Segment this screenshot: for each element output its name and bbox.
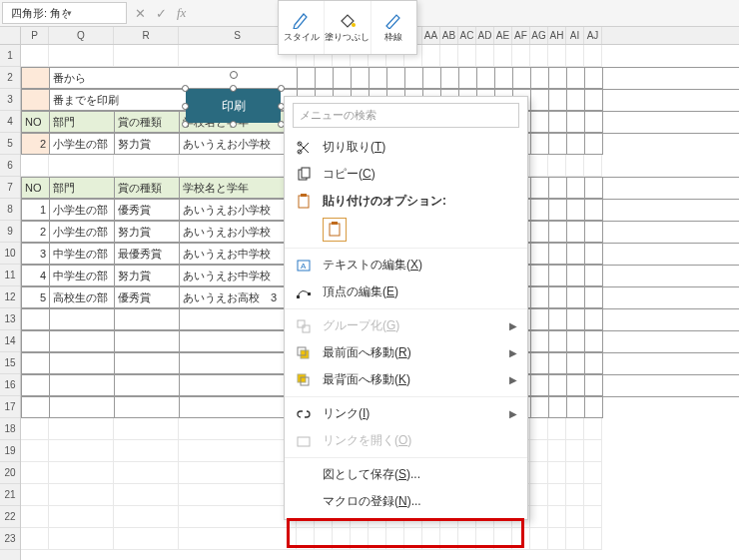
cell[interactable] — [530, 462, 548, 484]
cell[interactable] — [548, 506, 566, 528]
cell[interactable]: あいうえお小学校 — [180, 134, 298, 155]
resize-handle[interactable] — [230, 121, 237, 128]
cell[interactable] — [584, 528, 602, 550]
row-header[interactable]: 14 — [0, 330, 20, 352]
cell[interactable] — [49, 418, 114, 440]
cell[interactable]: 2 — [22, 222, 50, 243]
row-header[interactable]: 21 — [0, 484, 20, 506]
cell[interactable] — [115, 353, 180, 374]
cell[interactable] — [531, 68, 549, 89]
cell[interactable] — [549, 375, 567, 396]
cell[interactable] — [50, 331, 115, 352]
cell[interactable] — [584, 440, 602, 462]
row-header[interactable]: 11 — [0, 265, 20, 286]
cell[interactable] — [333, 528, 351, 550]
cell[interactable] — [566, 462, 584, 484]
cell[interactable] — [477, 68, 495, 89]
cell[interactable] — [530, 528, 548, 550]
cell[interactable] — [566, 418, 584, 440]
cell[interactable] — [404, 528, 422, 550]
cell[interactable] — [22, 353, 50, 374]
cell[interactable] — [22, 68, 50, 89]
cell[interactable] — [531, 375, 549, 396]
cell[interactable] — [114, 418, 179, 440]
cell[interactable] — [566, 528, 584, 550]
cell[interactable] — [115, 309, 180, 330]
cell[interactable] — [114, 528, 179, 550]
cell[interactable] — [530, 440, 548, 462]
cell[interactable] — [567, 112, 585, 133]
col-header[interactable]: AB — [440, 27, 458, 44]
cell[interactable] — [21, 418, 49, 440]
cell[interactable] — [49, 440, 114, 462]
confirm-icon[interactable]: ✓ — [156, 6, 167, 21]
cell[interactable] — [298, 68, 316, 89]
col-header[interactable]: AH — [548, 27, 566, 44]
cell[interactable] — [369, 528, 386, 550]
row-header[interactable]: 18 — [0, 418, 20, 440]
cell[interactable] — [513, 68, 531, 89]
cell[interactable] — [585, 90, 603, 111]
cell[interactable] — [530, 155, 548, 177]
menu-save-as-picture[interactable]: 図として保存(S)... — [285, 461, 527, 488]
cell[interactable] — [21, 155, 49, 177]
cell[interactable] — [494, 528, 512, 550]
menu-copy[interactable]: コピー(C) — [285, 161, 527, 188]
cell[interactable] — [549, 200, 567, 221]
cell[interactable] — [585, 68, 603, 89]
menu-search-input[interactable]: メニューの検索 — [293, 103, 519, 128]
cell[interactable] — [567, 266, 585, 286]
cell[interactable] — [531, 178, 549, 199]
shape-style-button[interactable]: スタイル — [279, 1, 325, 54]
cell[interactable] — [50, 397, 115, 418]
cell[interactable]: 小学生の部 — [50, 222, 115, 243]
cell[interactable] — [549, 244, 567, 265]
cell[interactable]: 番から — [50, 68, 298, 89]
row-header[interactable]: 3 — [0, 89, 20, 111]
cell[interactable] — [531, 112, 549, 133]
col-header[interactable]: AC — [458, 27, 476, 44]
cell[interactable] — [352, 68, 370, 89]
cell[interactable] — [549, 353, 567, 374]
cell[interactable] — [440, 528, 458, 550]
cell[interactable]: 賞の種類 — [115, 178, 180, 199]
cell[interactable] — [549, 331, 567, 352]
cell[interactable] — [180, 375, 298, 396]
cell[interactable] — [530, 45, 548, 67]
cell[interactable] — [179, 484, 297, 506]
cell[interactable] — [549, 222, 567, 243]
cell[interactable] — [548, 462, 566, 484]
name-box[interactable]: 四角形: 角を... ▾ — [2, 2, 127, 24]
cell[interactable] — [179, 506, 297, 528]
cell[interactable] — [387, 68, 405, 89]
cell[interactable] — [567, 90, 585, 111]
cell[interactable] — [440, 45, 458, 67]
cell[interactable]: 部門 — [50, 178, 115, 199]
col-header[interactable]: P — [21, 27, 49, 44]
col-header[interactable]: Q — [49, 27, 114, 44]
cell[interactable] — [114, 440, 179, 462]
cell[interactable] — [549, 68, 567, 89]
cell[interactable]: 4 — [22, 266, 50, 286]
cell[interactable] — [585, 309, 603, 330]
cell[interactable] — [114, 45, 179, 67]
cell[interactable] — [548, 440, 566, 462]
cell[interactable] — [567, 222, 585, 243]
cell[interactable] — [50, 353, 115, 374]
menu-send-back[interactable]: 最背面へ移動(K) ▶ — [285, 366, 527, 393]
cell[interactable] — [22, 90, 50, 111]
cell[interactable] — [530, 506, 548, 528]
cell[interactable] — [179, 528, 297, 550]
cell[interactable]: あいうえお高校 3 — [180, 287, 298, 308]
col-header[interactable]: AG — [530, 27, 548, 44]
shape-outline-button[interactable]: 枠線 — [371, 1, 416, 54]
cell[interactable] — [567, 331, 585, 352]
paste-keep-source-button[interactable] — [323, 218, 347, 242]
cell[interactable] — [531, 222, 549, 243]
cell[interactable] — [22, 331, 50, 352]
cell[interactable] — [531, 309, 549, 330]
cell[interactable]: 3 — [22, 244, 50, 265]
cell[interactable]: 高校生の部 — [50, 287, 115, 308]
cell[interactable] — [567, 68, 585, 89]
cell[interactable]: 優秀賞 — [115, 287, 180, 308]
